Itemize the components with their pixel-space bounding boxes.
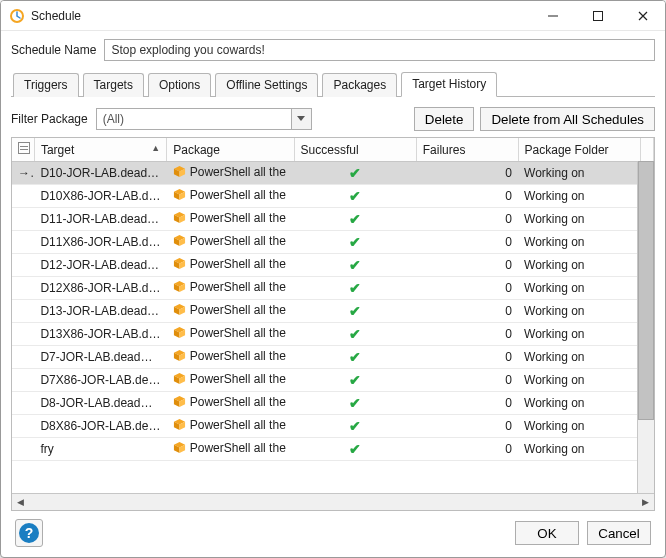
sort-asc-icon: ▲: [151, 143, 160, 153]
delete-button[interactable]: Delete: [414, 107, 475, 131]
table-row[interactable]: →D10-JOR-LAB.dead…PowerShell all the✔0Wo…: [12, 162, 654, 185]
cell-package-folder: Working on: [518, 162, 640, 185]
tab-offline[interactable]: Offline Settings: [215, 73, 318, 97]
column-successful[interactable]: Successful: [294, 138, 416, 162]
cell-target: D8X86-JOR-LAB.de…: [34, 415, 166, 438]
table-row[interactable]: fryPowerShell all the✔0Working on: [12, 438, 654, 461]
cell-target: D13-JOR-LAB.dead…: [34, 300, 166, 323]
check-icon: ✔: [349, 326, 361, 342]
table-row[interactable]: D7X86-JOR-LAB.de…PowerShell all the✔0Wor…: [12, 369, 654, 392]
table-row[interactable]: D7-JOR-LAB.dead…PowerShell all the✔0Work…: [12, 346, 654, 369]
table-row[interactable]: D12-JOR-LAB.dead…PowerShell all the✔0Wor…: [12, 254, 654, 277]
column-failures[interactable]: Failures: [416, 138, 518, 162]
maximize-button[interactable]: [575, 1, 620, 30]
check-icon: ✔: [349, 188, 361, 204]
cell-successful: ✔: [294, 369, 416, 392]
table-row[interactable]: D10X86-JOR-LAB.d…PowerShell all the✔0Wor…: [12, 185, 654, 208]
cell-failures: 0: [416, 392, 518, 415]
minimize-button[interactable]: [530, 1, 575, 30]
hscroll-right-button[interactable]: ▶: [637, 494, 654, 510]
cell-target: D10X86-JOR-LAB.d…: [34, 185, 166, 208]
cell-package-folder: Working on: [518, 392, 640, 415]
close-button[interactable]: [620, 1, 665, 30]
table-row[interactable]: D8-JOR-LAB.dead…PowerShell all the✔0Work…: [12, 392, 654, 415]
table-row[interactable]: D11-JOR-LAB.dead…PowerShell all the✔0Wor…: [12, 208, 654, 231]
check-icon: ✔: [349, 372, 361, 388]
cell-package: PowerShell all the: [167, 369, 294, 392]
table-row[interactable]: D8X86-JOR-LAB.de…PowerShell all the✔0Wor…: [12, 415, 654, 438]
package-icon: [173, 280, 186, 296]
table-row[interactable]: D12X86-JOR-LAB.d…PowerShell all the✔0Wor…: [12, 277, 654, 300]
cell-package: PowerShell all the: [167, 254, 294, 277]
vertical-scrollbar[interactable]: [637, 161, 654, 493]
cell-successful: ✔: [294, 438, 416, 461]
help-icon: ?: [19, 523, 39, 543]
column-target[interactable]: Target ▲: [34, 138, 166, 162]
tab-options[interactable]: Options: [148, 73, 211, 97]
cancel-button[interactable]: Cancel: [587, 521, 651, 545]
row-indicator: [12, 369, 34, 392]
cell-target: D13X86-JOR-LAB.d…: [34, 323, 166, 346]
cell-failures: 0: [416, 185, 518, 208]
table-row[interactable]: D11X86-JOR-LAB.d…PowerShell all the✔0Wor…: [12, 231, 654, 254]
svg-rect-1: [548, 15, 558, 16]
cell-target: D7-JOR-LAB.dead…: [34, 346, 166, 369]
grid-table: Target ▲ Package Successful Failures Pac…: [12, 138, 654, 461]
cell-failures: 0: [416, 300, 518, 323]
tab-targets[interactable]: Targets: [83, 73, 144, 97]
schedule-window: Schedule Schedule Name TriggersTargetsOp…: [0, 0, 666, 558]
grid-scroll[interactable]: Target ▲ Package Successful Failures Pac…: [12, 138, 654, 493]
column-package-folder[interactable]: Package Folder: [518, 138, 640, 162]
horizontal-scrollbar[interactable]: ◀ ▶: [12, 493, 654, 510]
vertical-scroll-thumb[interactable]: [638, 161, 654, 420]
content: Schedule Name TriggersTargetsOptionsOffl…: [1, 31, 665, 557]
titlebar: Schedule: [1, 1, 665, 31]
table-row[interactable]: D13X86-JOR-LAB.d…PowerShell all the✔0Wor…: [12, 323, 654, 346]
cell-failures: 0: [416, 277, 518, 300]
cell-package: PowerShell all the: [167, 346, 294, 369]
check-icon: ✔: [349, 418, 361, 434]
tab-triggers[interactable]: Triggers: [13, 73, 79, 97]
delete-from-all-button[interactable]: Delete from All Schedules: [480, 107, 655, 131]
cell-package-folder: Working on: [518, 254, 640, 277]
check-icon: ✔: [349, 395, 361, 411]
row-indicator: [12, 438, 34, 461]
cell-target: D12-JOR-LAB.dead…: [34, 254, 166, 277]
filter-package-value[interactable]: [96, 108, 312, 130]
cell-failures: 0: [416, 346, 518, 369]
cell-successful: ✔: [294, 300, 416, 323]
cell-package: PowerShell all the: [167, 277, 294, 300]
help-button[interactable]: ?: [15, 519, 43, 547]
cell-target: D10-JOR-LAB.dead…: [34, 162, 166, 185]
package-icon: [173, 303, 186, 319]
row-selector-header[interactable]: [12, 138, 34, 162]
cell-target: D7X86-JOR-LAB.de…: [34, 369, 166, 392]
cell-successful: ✔: [294, 392, 416, 415]
cell-package-folder: Working on: [518, 300, 640, 323]
check-icon: ✔: [349, 441, 361, 457]
tab-packages[interactable]: Packages: [322, 73, 397, 97]
schedule-name-input[interactable]: [104, 39, 655, 61]
row-indicator: [12, 392, 34, 415]
row-indicator: [12, 231, 34, 254]
row-indicator: [12, 323, 34, 346]
cell-package: PowerShell all the: [167, 185, 294, 208]
row-indicator: [12, 254, 34, 277]
cell-target: D12X86-JOR-LAB.d…: [34, 277, 166, 300]
ok-button[interactable]: OK: [515, 521, 579, 545]
check-icon: ✔: [349, 165, 361, 181]
cell-failures: 0: [416, 438, 518, 461]
hscroll-left-button[interactable]: ◀: [12, 494, 29, 510]
column-package[interactable]: Package: [167, 138, 294, 162]
tab-history[interactable]: Target History: [401, 72, 497, 97]
cell-failures: 0: [416, 208, 518, 231]
cell-successful: ✔: [294, 346, 416, 369]
cell-failures: 0: [416, 254, 518, 277]
cell-package: PowerShell all the: [167, 300, 294, 323]
cell-failures: 0: [416, 369, 518, 392]
table-row[interactable]: D13-JOR-LAB.dead…PowerShell all the✔0Wor…: [12, 300, 654, 323]
window-controls: [530, 1, 665, 30]
filter-package-label: Filter Package: [11, 112, 88, 126]
filter-package-select[interactable]: [96, 108, 312, 130]
filter-package-dropdown-button[interactable]: [291, 109, 311, 129]
